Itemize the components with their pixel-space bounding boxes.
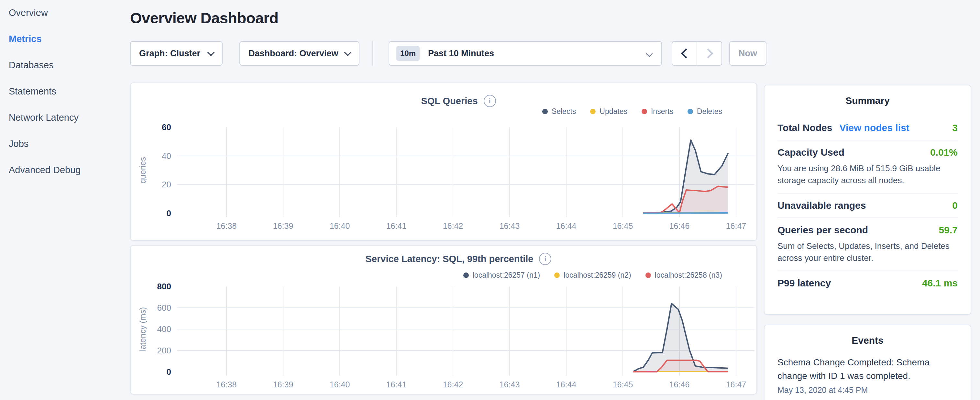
chevron-right-icon [703, 48, 713, 58]
svg-text:latency (ms): latency (ms) [138, 307, 147, 351]
svg-text:16:44: 16:44 [556, 222, 576, 230]
view-nodes-list-link[interactable]: View nodes list [839, 122, 909, 133]
summary-label: P99 latency [778, 278, 831, 288]
svg-text:16:41: 16:41 [386, 222, 407, 230]
svg-text:16:43: 16:43 [500, 380, 520, 389]
dashboard-dropdown[interactable]: Dashboard: Overview [239, 41, 360, 66]
sidebar-item-jobs[interactable]: Jobs [0, 139, 129, 148]
summary-description: Sum of Selects, Updates, Inserts, and De… [778, 240, 958, 264]
svg-text:200: 200 [157, 346, 171, 355]
summary-value: 59.7 [939, 225, 958, 236]
summary-label: Total Nodes [778, 122, 832, 133]
svg-text:16:43: 16:43 [500, 222, 520, 230]
now-button[interactable]: Now [729, 41, 767, 66]
event-message: Schema Change Completed: Schema change w… [778, 356, 958, 383]
svg-text:40: 40 [162, 151, 171, 161]
summary-label: Queries per second [778, 225, 868, 236]
graph-dropdown-label: Graph: Cluster [139, 49, 200, 59]
svg-text:16:47: 16:47 [726, 222, 746, 230]
chevron-down-icon [344, 49, 352, 56]
event-timestamp: May 13, 2020 at 4:45 PM [778, 386, 958, 395]
service-latency-plot: 16:3816:3916:4016:4116:4216:4316:4416:45… [131, 245, 756, 394]
next-time-button[interactable] [697, 42, 721, 65]
summary-value: 0.01% [930, 147, 958, 158]
controls-divider [372, 41, 373, 66]
event-item[interactable]: Schema Change Completed: Schema change w… [778, 356, 958, 395]
svg-text:16:40: 16:40 [330, 222, 350, 230]
svg-text:16:45: 16:45 [613, 222, 633, 230]
chevron-down-icon [207, 49, 215, 56]
svg-text:16:46: 16:46 [670, 222, 690, 230]
sidebar-item-overview[interactable]: Overview [0, 8, 129, 18]
chevron-left-icon [681, 48, 691, 58]
summary-row: Capacity Used0.01%You are using 28.6 MiB… [778, 140, 958, 193]
svg-text:400: 400 [157, 324, 171, 334]
events-heading: Events [778, 335, 958, 346]
summary-heading: Summary [778, 95, 958, 106]
svg-text:16:39: 16:39 [273, 380, 293, 389]
svg-text:0: 0 [167, 209, 171, 218]
svg-text:16:38: 16:38 [216, 222, 237, 230]
svg-text:60: 60 [162, 122, 171, 132]
chevron-down-icon [646, 50, 652, 57]
sidebar: OverviewMetricsDatabasesStatementsNetwor… [0, 0, 129, 400]
svg-text:16:42: 16:42 [443, 380, 463, 389]
svg-text:800: 800 [157, 282, 171, 291]
time-range-badge: 10m [396, 46, 420, 61]
sidebar-item-statements[interactable]: Statements [0, 86, 129, 96]
service-latency-chart-card: Service Latency: SQL, 99th percentile i … [130, 245, 757, 395]
sidebar-item-databases[interactable]: Databases [0, 60, 129, 70]
summary-value: 3 [952, 122, 958, 133]
summary-description: You are using 28.6 MiB of 515.9 GiB usab… [778, 163, 958, 186]
svg-text:16:44: 16:44 [556, 380, 576, 389]
summary-row: P99 latency46.1 ms [778, 271, 958, 295]
svg-text:16:38: 16:38 [216, 380, 237, 389]
time-window-pager [672, 41, 722, 66]
svg-text:16:40: 16:40 [330, 380, 350, 389]
svg-text:0: 0 [167, 367, 171, 377]
sql-queries-plot: 16:3816:3916:4016:4116:4216:4316:4416:45… [131, 83, 756, 240]
page-title: Overview Dashboard [130, 9, 278, 27]
svg-text:600: 600 [157, 303, 171, 312]
previous-time-button[interactable] [672, 42, 697, 65]
time-range-label: Past 10 Minutes [428, 49, 494, 59]
summary-row: Queries per second59.7Sum of Selects, Up… [778, 218, 958, 271]
svg-text:16:46: 16:46 [670, 380, 690, 389]
svg-text:16:47: 16:47 [726, 380, 746, 389]
dashboard-dropdown-label: Dashboard: Overview [248, 49, 339, 59]
summary-label: Capacity Used [778, 147, 845, 158]
svg-text:16:42: 16:42 [443, 222, 463, 230]
events-panel: Events Schema Change Completed: Schema c… [764, 325, 971, 400]
sidebar-item-advanced-debug[interactable]: Advanced Debug [0, 165, 129, 175]
sidebar-item-metrics[interactable]: Metrics [0, 34, 129, 44]
svg-text:16:39: 16:39 [273, 222, 293, 230]
svg-text:queries: queries [138, 157, 147, 183]
summary-label: Unavailable ranges [778, 200, 866, 211]
summary-value: 46.1 ms [922, 278, 958, 288]
svg-text:16:45: 16:45 [613, 380, 633, 389]
controls-bar: Graph: Cluster Dashboard: Overview 10m P… [130, 41, 767, 66]
summary-row: Total NodesView nodes list3 [778, 116, 958, 140]
time-range-dropdown[interactable]: 10m Past 10 Minutes [388, 41, 662, 66]
summary-panel: Summary Total NodesView nodes list3Capac… [764, 85, 971, 315]
sql-queries-chart-card: SQL Queries i SelectsUpdatesInsertsDelet… [130, 83, 757, 241]
summary-value: 0 [952, 200, 958, 211]
sidebar-item-network-latency[interactable]: Network Latency [0, 113, 129, 122]
svg-text:20: 20 [162, 180, 171, 189]
graph-dropdown[interactable]: Graph: Cluster [130, 41, 223, 66]
svg-text:16:41: 16:41 [386, 380, 407, 389]
summary-row: Unavailable ranges0 [778, 193, 958, 217]
